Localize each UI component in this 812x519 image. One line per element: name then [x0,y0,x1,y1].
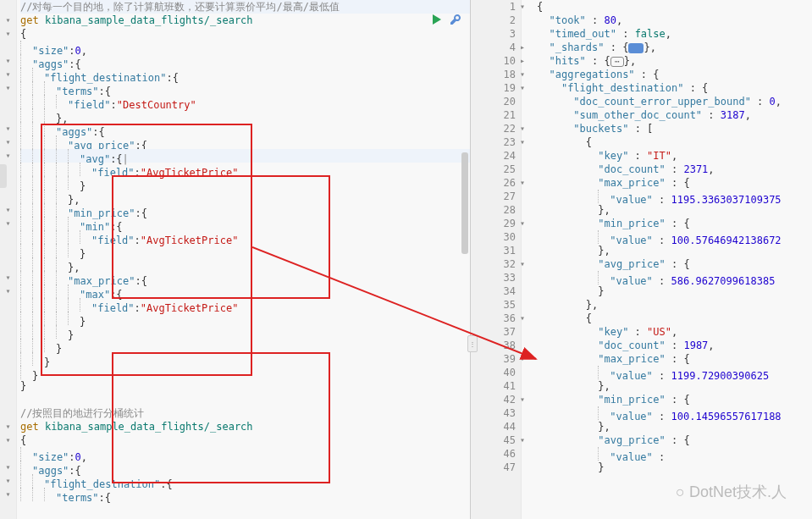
response-line[interactable]: }, [537,244,812,257]
fold-marker[interactable] [0,95,16,108]
code-line[interactable]: } [20,244,470,257]
fold-marker[interactable] [0,0,16,14]
fold-marker[interactable]: ▾ [0,271,16,284]
code-line[interactable]: get kibana_sample_data_flights/_search [20,14,470,27]
fold-marker[interactable]: ▾ [0,217,16,230]
fold-marker[interactable] [0,257,16,271]
code-line[interactable] [20,393,470,406]
fold-marker[interactable] [0,447,16,461]
code-line[interactable]: "terms":{ [20,81,470,95]
fold-marker[interactable]: ▾ [0,122,16,135]
code-line[interactable]: "size":0, [20,447,470,461]
fold-marker[interactable]: ▾ [0,149,16,163]
code-line[interactable]: }, [20,108,470,122]
response-line[interactable]: } [537,461,812,474]
code-line[interactable]: "min":{ [20,217,470,230]
response-line[interactable]: "buckets" : [ [537,122,812,135]
fold-marker[interactable]: ▾ [0,488,16,501]
scrollbar-thumb[interactable] [461,152,468,254]
collapse-tab-icon[interactable] [0,164,7,188]
response-line[interactable]: "value" : 586.9627099618385 [537,271,812,284]
fold-marker[interactable]: ▾ [0,81,16,95]
response-line[interactable]: "value" : 1199.72900390625 [537,366,812,379]
code-line[interactable]: { [20,27,470,41]
code-line[interactable]: "flight_destination":{ [20,68,470,81]
response-line[interactable]: }, [537,420,812,433]
code-line[interactable]: get kibana_sample_data_flights/_search [20,420,470,433]
code-line[interactable]: "field":"DestCountry" [20,95,470,108]
fold-marker[interactable] [0,312,16,325]
response-line[interactable]: "key" : "US", [537,325,812,339]
fold-marker[interactable]: ▾ [0,284,16,298]
code-line[interactable]: "max":{ [20,284,470,298]
response-line[interactable]: { [537,135,812,149]
fold-marker[interactable]: ▾ [0,474,16,488]
code-line[interactable]: } [20,339,470,352]
fold-marker[interactable] [0,230,16,244]
fold-marker[interactable]: ▾ [0,54,16,68]
response-line[interactable]: { [537,312,812,325]
response-line[interactable]: "sum_other_doc_count" : 3187, [537,108,812,122]
fold-marker[interactable] [0,325,16,339]
fold-marker[interactable] [0,352,16,366]
code-line[interactable]: } [20,176,470,190]
fold-marker[interactable]: ▾ [0,461,16,474]
fold-marker[interactable]: ▾ [0,68,16,81]
code-line[interactable]: }, [20,257,470,271]
response-line[interactable]: } [537,284,812,298]
code-line[interactable]: "size":0, [20,41,470,54]
response-line[interactable]: "min_price" : { [537,393,812,406]
code-line[interactable]: "flight_destnation":{ [20,474,470,488]
code-line[interactable]: "field":"AvgTicketPrice" [20,230,470,244]
response-line[interactable]: }, [537,203,812,217]
code-line[interactable]: } [20,379,470,393]
response-line[interactable]: "timed_out" : false, [537,27,812,41]
response-line[interactable]: "doc_count" : 2371, [537,163,812,176]
fold-marker[interactable] [0,379,16,393]
code-line[interactable]: "field":"AvgTicketPrice" [20,298,470,312]
fold-marker[interactable]: ▾ [0,420,16,433]
code-line[interactable]: } [20,312,470,325]
response-line[interactable]: "doc_count" : 1987, [537,339,812,352]
fold-marker[interactable] [0,393,16,406]
fold-marker[interactable]: ▾ [0,135,16,149]
response-line[interactable]: "doc_count_error_upper_bound" : 0, [537,95,812,108]
code-line[interactable]: "aggs":{ [20,54,470,68]
pane-resize-handle[interactable]: ⋮ [467,335,478,352]
code-line[interactable]: }, [20,190,470,203]
response-line[interactable]: "min_price" : { [537,217,812,230]
response-line[interactable]: "aggregations" : { [537,68,812,81]
response-line[interactable]: "flight_destination" : { [537,81,812,95]
code-line[interactable]: //按照目的地进行分桶统计 [20,406,470,420]
run-query-icon[interactable] [431,14,443,28]
response-pane[interactable]: 1▾234▸10▸18▾19▾202122▾23▾242526▾272829▾3… [471,0,812,519]
code-line[interactable]: //对每一个目的地，除了计算航班数，还要计算票价平均/最高/最低值 [20,0,470,14]
response-line[interactable]: "_shards" : { }, [537,41,812,54]
response-line[interactable]: "max_price" : { [537,352,812,366]
fold-marker[interactable] [0,339,16,352]
response-line[interactable]: }, [537,379,812,393]
request-editor[interactable]: //对每一个目的地，除了计算航班数，还要计算票价平均/最高/最低值get kib… [17,0,470,519]
fold-marker[interactable] [0,244,16,257]
code-line[interactable]: } [20,325,470,339]
fold-marker[interactable] [0,190,16,203]
response-line[interactable]: "key" : "IT", [537,149,812,163]
response-line[interactable]: "avg_price" : { [537,433,812,447]
code-line[interactable]: "terms":{ [20,488,470,501]
code-line[interactable]: "aggs":{ [20,122,470,135]
code-line[interactable]: "min_price":{ [20,203,470,217]
fold-marker[interactable]: ▾ [0,203,16,217]
fold-marker[interactable]: ▾ [0,433,16,447]
response-viewer[interactable]: { "took" : 80, "timed_out" : false, "_sh… [522,0,812,519]
response-line[interactable]: "max_price" : { [537,176,812,190]
response-line[interactable]: { [537,0,812,14]
fold-marker[interactable]: ▾ [0,14,16,27]
code-line[interactable]: "aggs":{ [20,461,470,474]
response-line[interactable]: "avg_price" : { [537,257,812,271]
code-line[interactable]: } [20,352,470,366]
request-pane[interactable]: ▾▾▾▾▾▾▾▾▾▾▾▾▾▾▾▾▾ //对每一个目的地，除了计算航班数，还要计算… [0,0,471,519]
response-line[interactable]: "hits" : {⋯}, [537,54,812,68]
fold-marker[interactable] [0,41,16,54]
response-line[interactable]: }, [537,298,812,312]
fold-marker[interactable] [0,108,16,122]
